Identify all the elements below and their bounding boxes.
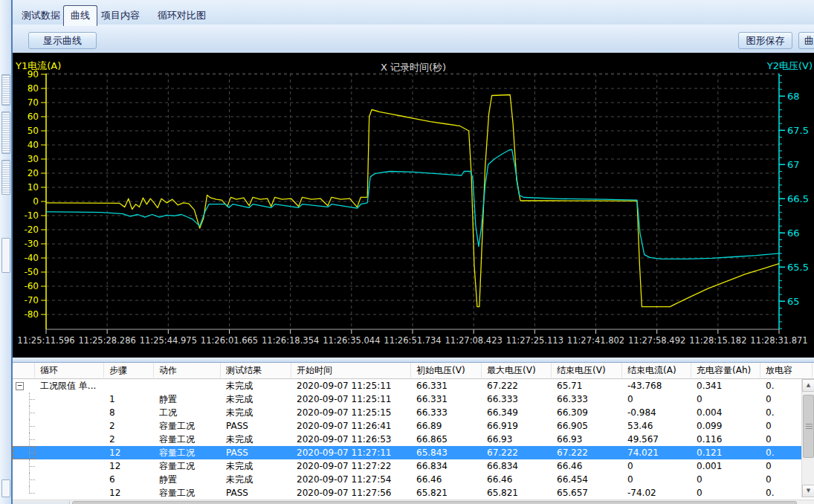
table-cell bbox=[35, 433, 104, 446]
svg-text:65.5: 65.5 bbox=[787, 262, 809, 273]
curve-chart[interactable]: -80-70-60-50-40-30-20-100102030405060708… bbox=[13, 53, 814, 358]
table-row[interactable]: 6静置未完成2020-09-07 11:27:5466.4666.4666.45… bbox=[13, 473, 814, 486]
table-cell: 49.567 bbox=[622, 433, 691, 446]
table-cell: 0.004 bbox=[691, 406, 760, 419]
table-cell: 容量工况 bbox=[154, 446, 221, 459]
panel-grip[interactable] bbox=[1, 74, 10, 106]
table-row[interactable]: 12容量工况PASS2020-09-07 11:27:5665.82165.82… bbox=[13, 486, 814, 500]
table-cell: 66.89 bbox=[411, 419, 482, 433]
collapsed-panel-strip[interactable] bbox=[0, 0, 12, 504]
splitter-handle[interactable] bbox=[1, 238, 10, 273]
collapse-icon[interactable]: − bbox=[16, 382, 24, 390]
scroll-down-icon[interactable]: ▼ bbox=[802, 485, 814, 497]
column-header[interactable]: 动作 bbox=[154, 363, 221, 378]
horizontal-scrollbar[interactable] bbox=[13, 500, 814, 504]
table-cell: 0 bbox=[622, 392, 691, 406]
table-cell: -43.768 bbox=[622, 379, 691, 392]
table-cell: 工况 bbox=[154, 406, 221, 419]
save-graph-button[interactable]: 图形保存 bbox=[738, 32, 792, 49]
table-cell: 0.099 bbox=[691, 419, 760, 433]
table-cell: PASS bbox=[221, 446, 291, 459]
table-cell: 0 bbox=[691, 392, 760, 406]
table-cell: PASS bbox=[221, 419, 291, 433]
svg-text:11:27:41.802: 11:27:41.802 bbox=[567, 335, 624, 346]
table-cell: 未完成 bbox=[221, 392, 291, 406]
tree-cell bbox=[13, 486, 35, 500]
table-cell: 未完成 bbox=[221, 473, 291, 486]
table-cell: 容量工况 bbox=[154, 433, 221, 446]
show-curve-button[interactable]: 显示曲线 bbox=[28, 32, 97, 49]
table-row[interactable]: 2容量工况未完成2020-09-07 11:26:5366.86566.9366… bbox=[13, 433, 814, 446]
tab-curve[interactable]: 曲线 bbox=[63, 5, 97, 26]
vertical-scrollbar[interactable]: ▲ ▼ bbox=[801, 379, 814, 497]
table-cell: 容量工况 bbox=[154, 419, 221, 433]
table-cell: 65.71 bbox=[552, 379, 622, 392]
column-header[interactable]: 充电容量(Ah) bbox=[691, 363, 760, 378]
table-cell: 0.001 bbox=[691, 459, 760, 473]
svg-text:11:26:18.354: 11:26:18.354 bbox=[262, 335, 319, 346]
tab-project-content[interactable]: 项目内容 bbox=[94, 7, 146, 24]
svg-text:11:25:44.975: 11:25:44.975 bbox=[140, 335, 197, 346]
table-cell bbox=[35, 446, 104, 459]
table-cell: 0 bbox=[622, 459, 691, 473]
column-header[interactable]: 结束电流(A) bbox=[622, 363, 691, 378]
svg-text:-60: -60 bbox=[24, 281, 39, 291]
table-row[interactable]: 1静置未完成2020-09-07 11:25:1166.33166.33366.… bbox=[13, 392, 814, 406]
column-header[interactable]: 循环 bbox=[35, 363, 104, 378]
svg-text:30: 30 bbox=[28, 154, 39, 164]
svg-text:11:28:31.871: 11:28:31.871 bbox=[750, 335, 807, 346]
table-cell: 8 bbox=[104, 406, 154, 419]
table-row[interactable]: 12容量工况PASS2020-09-07 11:27:1165.84367.22… bbox=[13, 446, 814, 459]
table-cell: 66.46 bbox=[552, 459, 622, 473]
table-cell: 2020-09-07 11:25:11 bbox=[291, 392, 411, 406]
table-cell: 6 bbox=[104, 473, 154, 486]
scroll-up-icon[interactable]: ▲ bbox=[802, 379, 814, 392]
table-cell: 66.905 bbox=[552, 419, 622, 433]
column-header[interactable]: 开始时间 bbox=[291, 363, 411, 378]
table-cell: 0 bbox=[691, 473, 760, 486]
tab-cycle-compare[interactable]: 循环对比图 bbox=[151, 7, 213, 24]
svg-text:66: 66 bbox=[787, 227, 800, 239]
table-row[interactable]: 2容量工况PASS2020-09-07 11:26:4166.8966.9196… bbox=[13, 419, 814, 433]
table-cell: 2 bbox=[104, 433, 154, 446]
table-cell: 未完成 bbox=[221, 406, 291, 419]
table-cell: 1 bbox=[104, 392, 154, 406]
table-cell bbox=[35, 406, 104, 419]
table-cell: 66.331 bbox=[411, 392, 482, 406]
scrollbar-corner bbox=[13, 501, 70, 504]
panel-grip[interactable] bbox=[1, 160, 10, 195]
tab-test-data[interactable]: 测试数据 bbox=[15, 7, 67, 24]
column-header[interactable]: 放电容 bbox=[760, 363, 813, 378]
x-axis-title: X 记录时间(秒) bbox=[13, 61, 814, 74]
svg-text:-80: -80 bbox=[24, 309, 39, 320]
svg-text:68: 68 bbox=[787, 91, 800, 102]
table-cell: 66.46 bbox=[411, 473, 482, 486]
panel-grip[interactable] bbox=[1, 479, 10, 497]
table-cell: 66.46 bbox=[482, 473, 552, 486]
table-row[interactable]: −工况限值 单...未完成2020-09-07 11:25:1166.33167… bbox=[13, 379, 814, 392]
column-header[interactable] bbox=[13, 363, 35, 378]
horizontal-thumb[interactable] bbox=[72, 501, 797, 504]
svg-text:-10: -10 bbox=[24, 210, 39, 221]
tree-cell: − bbox=[13, 379, 35, 392]
tree-cell bbox=[13, 446, 35, 459]
table-row[interactable]: 12容量工况未完成2020-09-07 11:27:2266.83466.834… bbox=[13, 459, 814, 473]
svg-text:-30: -30 bbox=[24, 239, 39, 249]
clipped-curve-button[interactable]: 曲 bbox=[798, 32, 814, 49]
svg-text:11:28:15.182: 11:28:15.182 bbox=[689, 335, 746, 346]
svg-text:40: 40 bbox=[28, 140, 39, 150]
table-row[interactable]: 8工况未完成2020-09-07 11:25:1566.33366.34966.… bbox=[13, 406, 814, 419]
table-cell: 工况限值 单... bbox=[35, 379, 104, 392]
column-header[interactable]: 结束电压(V) bbox=[552, 363, 622, 378]
table-cell: 65.821 bbox=[411, 486, 482, 500]
scrollbar-thumb[interactable] bbox=[803, 395, 814, 458]
panel-grip[interactable] bbox=[1, 112, 10, 154]
column-header[interactable]: 测试结果 bbox=[221, 363, 291, 378]
table-cell: 74.021 bbox=[622, 446, 691, 459]
table-cell: 66.834 bbox=[482, 459, 552, 473]
column-header[interactable]: 最大电压(V) bbox=[482, 363, 552, 378]
column-header[interactable]: 步骤 bbox=[104, 363, 154, 378]
table-cell: 容量工况 bbox=[154, 459, 221, 473]
column-header[interactable]: 初始电压(V) bbox=[411, 363, 482, 378]
svg-text:-50: -50 bbox=[24, 267, 39, 277]
